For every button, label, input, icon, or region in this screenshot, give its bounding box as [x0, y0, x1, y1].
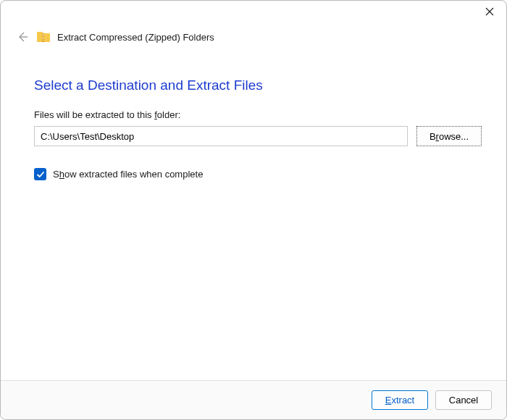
page-heading: Select a Destination and Extract Files [34, 77, 482, 93]
svg-rect-6 [43, 34, 44, 35]
show-files-checkbox-label[interactable]: Show extracted files when complete [53, 169, 203, 180]
show-files-checkbox[interactable] [34, 168, 46, 180]
destination-path-input[interactable] [34, 126, 408, 146]
svg-rect-10 [43, 40, 44, 41]
svg-rect-4 [37, 32, 43, 35]
content-area: Select a Destination and Extract Files F… [1, 47, 506, 380]
close-button[interactable] [473, 1, 506, 22]
close-icon [485, 7, 494, 16]
svg-rect-9 [43, 38, 44, 39]
extract-button[interactable]: Extract [372, 390, 428, 410]
dialog-window: Extract Compressed (Zipped) Folders Sele… [0, 0, 507, 420]
wizard-title: Extract Compressed (Zipped) Folders [57, 32, 214, 43]
folder-field-label: Files will be extracted to this folder: [34, 109, 482, 120]
svg-rect-7 [43, 35, 44, 36]
header-row: Extract Compressed (Zipped) Folders [1, 27, 506, 47]
show-files-checkbox-row: Show extracted files when complete [34, 168, 482, 180]
footer: Extract Cancel [1, 380, 506, 419]
svg-rect-8 [43, 37, 44, 38]
zip-folder-icon [37, 31, 50, 43]
path-row: Browse... [34, 126, 482, 146]
cancel-button[interactable]: Cancel [435, 390, 492, 410]
back-button[interactable] [15, 30, 30, 44]
back-arrow-icon [17, 31, 28, 43]
titlebar [1, 1, 506, 27]
browse-button[interactable]: Browse... [416, 126, 482, 146]
checkmark-icon [36, 170, 45, 179]
